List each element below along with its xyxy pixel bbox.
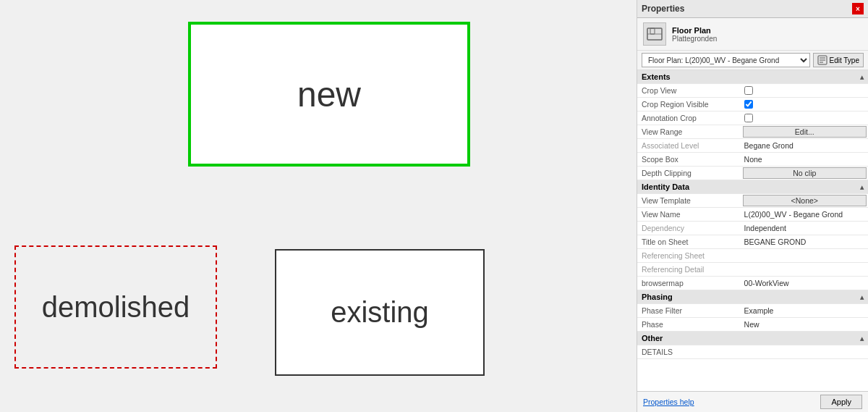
prop-value-text — [741, 254, 868, 257]
apply-button[interactable]: Apply — [820, 395, 862, 409]
edit-type-button[interactable]: Edit Type — [813, 53, 864, 67]
prop-checkbox[interactable] — [744, 114, 753, 122]
prop-label: DETAILS — [637, 346, 741, 358]
prop-value-button[interactable]: No clip — [743, 167, 867, 179]
prop-value-text: None — [741, 154, 868, 165]
canvas-area: new demolished existing — [0, 0, 637, 412]
type-sub: Plattegronden — [672, 35, 717, 43]
prop-checkbox-cell — [741, 85, 868, 96]
panel-footer: Properties help Apply — [637, 391, 868, 412]
panel-title: Properties — [642, 4, 684, 14]
prop-row: Scope BoxNone — [637, 153, 868, 167]
properties-help-link[interactable]: Properties help — [643, 398, 694, 406]
section-header: Other▴ — [637, 332, 868, 345]
prop-label: Referencing Sheet — [637, 250, 741, 261]
prop-value-text: Independent — [741, 222, 868, 234]
prop-label: Scope Box — [637, 154, 741, 165]
box-demolished: demolished — [14, 245, 217, 369]
prop-checkbox[interactable] — [744, 100, 753, 109]
type-name: Floor Plan — [672, 26, 717, 35]
prop-label: Depth Clipping — [637, 167, 741, 179]
box-existing-label: existing — [331, 296, 429, 329]
box-demolished-label: demolished — [42, 291, 190, 324]
prop-value-text: L(20)00_WV - Begane Grond — [741, 209, 868, 220]
prop-value-text — [741, 268, 868, 271]
prop-value-text — [741, 350, 868, 353]
prop-row: PhaseNew — [637, 318, 868, 332]
prop-checkbox-cell — [741, 112, 868, 124]
prop-row: Crop Region Visible — [637, 98, 868, 112]
prop-row: Depth ClippingNo clip — [637, 167, 868, 180]
section-collapse-arrow[interactable]: ▴ — [860, 183, 864, 191]
properties-table[interactable]: Extents▴Crop ViewCrop Region VisibleAnno… — [637, 70, 868, 391]
prop-row: View Template<None> — [637, 194, 868, 208]
prop-label: Title on Sheet — [637, 236, 741, 248]
box-new: new — [188, 22, 470, 167]
prop-label: Phase Filter — [637, 305, 741, 316]
prop-value-text: BEGANE GROND — [741, 236, 868, 248]
prop-row: View NameL(20)00_WV - Begane Grond — [637, 208, 868, 222]
prop-checkbox-cell — [741, 98, 868, 110]
prop-value-button[interactable]: Edit... — [743, 126, 867, 138]
prop-row: Referencing Detail — [637, 263, 868, 277]
prop-label: Crop Region Visible — [637, 98, 741, 110]
prop-row: Phase FilterExample — [637, 304, 868, 318]
panel-header: Floor Plan Plattegronden — [637, 18, 868, 51]
prop-row: browsermap00-WorkView — [637, 277, 868, 290]
prop-row: Annotation Crop — [637, 112, 868, 125]
prop-row: Referencing Sheet — [637, 249, 868, 263]
prop-label: browsermap — [637, 277, 741, 289]
section-header: Phasing▴ — [637, 290, 868, 304]
floor-plan-icon — [643, 22, 666, 46]
panel-type-info: Floor Plan Plattegronden — [672, 26, 717, 43]
prop-label: View Name — [637, 209, 741, 220]
view-selector[interactable]: Floor Plan: L(20)00_WV - Begane Grond — [642, 53, 810, 67]
prop-label: Dependency — [637, 222, 741, 234]
prop-label: Annotation Crop — [637, 112, 741, 124]
prop-value-button[interactable]: <None> — [743, 195, 867, 206]
section-collapse-arrow[interactable]: ▴ — [860, 73, 864, 81]
prop-value-text: 00-WorkView — [741, 277, 868, 289]
prop-label: View Range — [637, 126, 741, 138]
section-collapse-arrow[interactable]: ▴ — [860, 293, 864, 301]
panel-close-button[interactable]: × — [852, 3, 864, 14]
prop-row: Associated LevelBegane Grond — [637, 139, 868, 153]
prop-label: View Template — [637, 195, 741, 206]
prop-row: Title on SheetBEGANE GROND — [637, 235, 868, 249]
prop-label: Associated Level — [637, 140, 741, 151]
panel-titlebar: Properties × — [637, 0, 868, 18]
svg-rect-1 — [650, 28, 655, 34]
prop-checkbox[interactable] — [744, 86, 753, 95]
section-collapse-arrow[interactable]: ▴ — [860, 335, 864, 342]
canvas-content: new demolished existing — [0, 0, 637, 412]
prop-label: Crop View — [637, 85, 741, 96]
properties-panel: Properties × Floor Plan Plattegronden Fl… — [637, 0, 868, 412]
prop-row: DETAILS — [637, 345, 868, 359]
prop-label: Referencing Detail — [637, 264, 741, 275]
prop-row: View RangeEdit... — [637, 125, 868, 139]
prop-value-text: Begane Grond — [741, 140, 868, 151]
panel-dropdown-row: Floor Plan: L(20)00_WV - Begane Grond Ed… — [637, 51, 868, 70]
section-header: Extents▴ — [637, 70, 868, 84]
section-header: Identity Data▴ — [637, 180, 868, 194]
prop-value-text: New — [741, 319, 868, 330]
prop-row: DependencyIndependent — [637, 222, 868, 235]
prop-label: Phase — [637, 319, 741, 330]
edit-type-icon — [817, 55, 827, 65]
box-existing: existing — [275, 249, 485, 376]
box-new-label: new — [297, 75, 361, 114]
prop-value-text: Example — [741, 305, 868, 316]
prop-row: Crop View — [637, 84, 868, 98]
